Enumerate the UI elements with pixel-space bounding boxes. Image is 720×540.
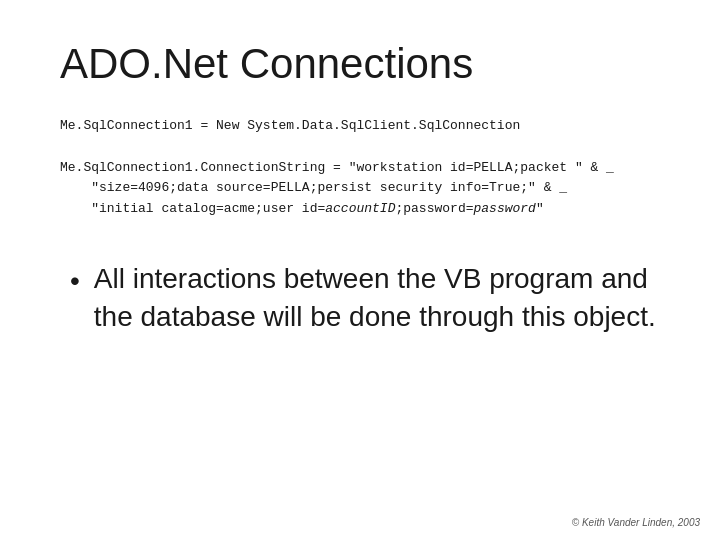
bullet-section: • All interactions between the VB progra… bbox=[60, 260, 660, 336]
slide: ADO.Net Connections Me.SqlConnection1 = … bbox=[0, 0, 720, 540]
code-line-2 bbox=[60, 137, 660, 158]
bullet-dot: • bbox=[70, 262, 80, 300]
code-line-4: "size=4096;data source=PELLA;persist sec… bbox=[60, 178, 660, 199]
bullet-text: All interactions between the VB program … bbox=[94, 260, 660, 336]
code-block: Me.SqlConnection1 = New System.Data.SqlC… bbox=[60, 116, 660, 220]
slide-title: ADO.Net Connections bbox=[60, 40, 660, 88]
code-line-5: "initial catalog=acme;user id=accountID;… bbox=[60, 199, 660, 220]
footer: © Keith Vander Linden, 2003 bbox=[572, 517, 700, 528]
bullet-item: • All interactions between the VB progra… bbox=[70, 260, 660, 336]
code-line-1: Me.SqlConnection1 = New System.Data.SqlC… bbox=[60, 116, 660, 137]
code-line-3: Me.SqlConnection1.ConnectionString = "wo… bbox=[60, 158, 660, 179]
